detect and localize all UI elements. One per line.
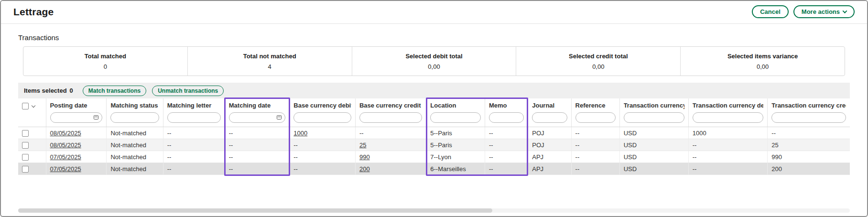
cell-reference: -- (571, 151, 619, 163)
filter-input-matching-letter[interactable] (167, 112, 221, 123)
summary-item-label: Total matched (85, 53, 126, 60)
horizontal-scrollbar-track[interactable] (18, 208, 850, 213)
match-transactions-button[interactable]: Match transactions (83, 86, 146, 96)
column-header-memo: Memo (485, 98, 528, 127)
filter-transaction-currency-debit (693, 112, 764, 123)
column-label: Base currency credit (359, 102, 422, 109)
posting-date-link[interactable]: 08/05/2025 (50, 130, 81, 137)
filter-input-reference[interactable] (575, 112, 616, 123)
filter-posting-date (50, 112, 103, 123)
section-title: Transactions (18, 33, 850, 42)
summary-item: Selected items variance0,00 (680, 47, 845, 76)
base-currency-credit-link[interactable]: 200 (359, 165, 370, 173)
calendar-icon[interactable] (277, 115, 282, 119)
column-label: Reference (575, 102, 616, 109)
cell-matching-date: -- (225, 139, 290, 151)
cell-memo: -- (485, 151, 528, 163)
summary-item: Selected credit total0,00 (516, 47, 680, 76)
cell-transaction-currency: USD (619, 151, 688, 163)
row-checkbox[interactable] (22, 130, 29, 137)
posting-date-link[interactable]: 07/05/2025 (50, 153, 81, 161)
horizontal-scrollbar-thumb[interactable] (18, 208, 492, 213)
cell-posting-date: 08/05/2025 (46, 127, 107, 139)
cell-matching-letter: -- (163, 163, 225, 175)
filter-input-base-currency-debit[interactable] (293, 112, 351, 123)
select-all-header (18, 98, 46, 127)
column-header-transaction-currency-debit: Transaction currency debit (688, 98, 768, 127)
filter-input-transaction-currency-credit[interactable] (771, 112, 846, 123)
unmatch-transactions-button[interactable]: Unmatch transactions (152, 86, 224, 96)
posting-date-link[interactable]: 07/05/2025 (50, 165, 81, 173)
more-actions-label: More actions (802, 8, 840, 15)
cell-location: 6--Marseilles (426, 163, 485, 175)
filter-transaction-currency (624, 112, 684, 123)
summary-card: Total matched0Total not matched4Selected… (23, 46, 845, 76)
filter-input-memo[interactable] (489, 112, 524, 123)
cell-base-currency-credit: 990 (355, 151, 426, 163)
column-label: Base currency debit (293, 102, 351, 109)
column-header-transaction-currency-credit: Transaction currency credit (768, 98, 850, 127)
items-selected-count: 0 (70, 87, 73, 94)
transactions-table-wrap: Posting dateMatching statusMatching lett… (18, 98, 850, 175)
cell-base-currency-credit: 200 (355, 163, 426, 175)
filter-input-journal[interactable] (532, 112, 567, 123)
filter-input-location[interactable] (430, 112, 481, 123)
cell-base-currency-credit: 25 (355, 139, 426, 151)
row-checkbox[interactable] (22, 154, 29, 161)
items-selected-label: Items selected (24, 87, 67, 94)
cell-base-currency-debit: -- (290, 151, 356, 163)
base-currency-credit-link[interactable]: 25 (359, 141, 366, 149)
items-selected: Items selected 0 (24, 87, 73, 94)
column-header-base-currency-credit: Base currency credit (355, 98, 426, 127)
cell-transaction-currency-debit: -- (688, 151, 768, 163)
cell-transaction-currency-credit: 990 (768, 151, 850, 163)
filter-base-currency-debit (293, 112, 351, 123)
cell-journal: POJ (528, 127, 571, 139)
filter-matching-letter (167, 112, 221, 123)
posting-date-link[interactable]: 08/05/2025 (50, 141, 81, 149)
column-header-matching-letter: Matching letter (163, 98, 225, 127)
column-header-reference: Reference (571, 98, 619, 127)
filter-input-transaction-currency-debit[interactable] (693, 112, 764, 123)
page-title: Lettrage (13, 6, 54, 18)
chevron-down-icon[interactable] (32, 103, 35, 107)
filter-input-base-currency-credit[interactable] (359, 112, 422, 123)
cell-journal: APJ (528, 163, 571, 175)
cell-memo: -- (485, 139, 528, 151)
page-header: Lettrage Cancel More actions (1, 1, 867, 24)
filter-matching-status (110, 112, 159, 123)
base-currency-credit-link[interactable]: 990 (359, 153, 370, 161)
chevron-down-icon (843, 9, 847, 13)
cell-transaction-currency-debit: -- (688, 163, 768, 175)
summary-item-label: Selected debit total (405, 53, 462, 60)
lettrage-page: Lettrage Cancel More actions Transaction… (0, 0, 868, 217)
cell-base-currency-credit: -- (355, 127, 426, 139)
cell-matching-status: Not-matched (107, 139, 163, 151)
column-label: Posting date (50, 102, 103, 109)
cancel-button[interactable]: Cancel (752, 5, 789, 18)
filter-input-transaction-currency[interactable] (624, 112, 684, 123)
filter-reference (575, 112, 616, 123)
more-actions-button[interactable]: More actions (793, 5, 855, 18)
cell-memo: -- (485, 163, 528, 175)
column-label: Matching status (110, 102, 159, 109)
filter-input-matching-status[interactable] (110, 112, 159, 123)
summary-item-label: Total not matched (243, 53, 296, 60)
cell-matching-status: Not-matched (107, 163, 163, 175)
cell-select (18, 163, 46, 175)
cell-transaction-currency-credit: 200 (768, 163, 850, 175)
cell-transaction-currency: USD (619, 163, 688, 175)
base-currency-debit-link[interactable]: 1000 (293, 130, 307, 137)
row-checkbox[interactable] (22, 142, 29, 149)
column-header-matching-status: Matching status (107, 98, 163, 127)
select-all-checkbox[interactable] (22, 103, 29, 109)
row-checkbox[interactable] (22, 166, 29, 173)
column-header-posting-date: Posting date (46, 98, 107, 127)
summary-item-value: 0,00 (592, 63, 604, 70)
cell-reference: -- (571, 139, 619, 151)
filter-base-currency-credit (359, 112, 422, 123)
cell-memo: -- (485, 127, 528, 139)
cell-transaction-currency-credit: -- (768, 127, 850, 139)
cell-posting-date: 07/05/2025 (46, 151, 107, 163)
calendar-icon[interactable] (94, 115, 98, 119)
